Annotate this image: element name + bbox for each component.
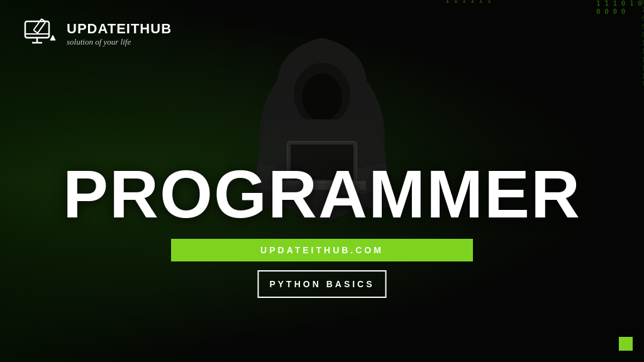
green-bar-text: UPDATEITHUB.COM [260, 245, 384, 255]
logo-area: UPDATEITHUB solution of your life [23, 18, 172, 50]
python-basics-box: PYTHON BASICS [258, 270, 387, 298]
corner-square [619, 337, 633, 351]
python-basics-text: PYTHON BASICS [269, 279, 374, 289]
svg-rect-0 [25, 21, 49, 38]
logo-text-block: UPDATEITHUB solution of your life [67, 21, 172, 47]
monitor-pencil-icon [23, 18, 58, 50]
green-bar: UPDATEITHUB.COM [171, 239, 473, 261]
logo-subtitle: solution of your life [67, 37, 172, 47]
svg-marker-5 [50, 35, 55, 40]
svg-point-8 [302, 74, 342, 121]
logo-title: UPDATEITHUB [67, 21, 172, 37]
main-title: PROGRAMMER [0, 160, 644, 228]
